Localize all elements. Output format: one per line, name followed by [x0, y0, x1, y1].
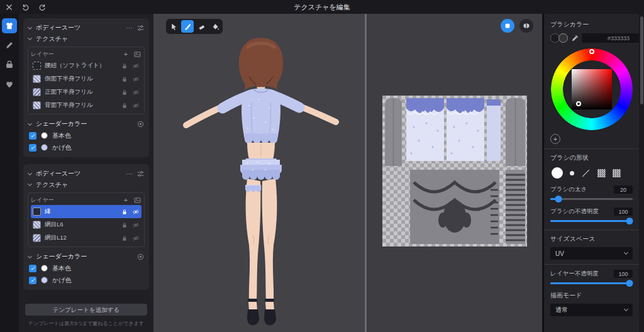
eyedropper-button[interactable] [571, 33, 579, 43]
layer-opacity-value[interactable] [614, 270, 633, 278]
visibility-off-icon[interactable] [132, 89, 140, 96]
layer-opacity-handle[interactable] [626, 280, 633, 287]
viewport-3d[interactable] [153, 14, 365, 332]
new-image-layer-icon[interactable] [133, 50, 142, 58]
brush-opacity-handle[interactable] [626, 218, 633, 224]
shader-color-header[interactable]: シェーダーカラー [28, 251, 145, 262]
mirror-symmetry-button[interactable] [519, 19, 533, 33]
redo-button[interactable] [35, 0, 50, 14]
checkbox-checked[interactable]: ✓ [29, 132, 36, 140]
brush-size-handle[interactable] [555, 196, 562, 202]
new-image-layer-icon[interactable] [133, 196, 142, 204]
layer-name: 腰紐（ソフトライト） [45, 62, 117, 70]
divider [544, 230, 639, 230]
outfit-section-1: ボディースーツ ⋯ テクスチャ レイヤー + 腰紐（ソフトライト） [23, 18, 149, 157]
checkbox-checked[interactable]: ✓ [29, 144, 36, 152]
section-header[interactable]: ボディースーツ ⋯ [28, 168, 145, 179]
divider [544, 264, 639, 265]
character-model[interactable] [153, 14, 365, 332]
brush-panel: ブラシカラー + ブラシの形状 ブラシの太さ [544, 14, 639, 332]
add-layer-button[interactable]: + [122, 50, 130, 58]
draw-mode-select[interactable]: 通常 [550, 304, 633, 316]
more-options-button[interactable]: ⋯ [126, 24, 133, 32]
lock-icon[interactable] [121, 75, 128, 83]
texture-icon [504, 22, 511, 30]
layer-thumbnail [33, 75, 41, 83]
texture-subsection[interactable]: テクスチャ [28, 179, 145, 190]
layer-row[interactable]: 網目L6 [31, 218, 142, 231]
visibility-off-icon[interactable] [132, 221, 140, 229]
lock-icon[interactable] [121, 102, 128, 109]
section-header[interactable]: ボディースーツ ⋯ [28, 22, 145, 33]
layer-row[interactable]: 背面下半身フリル [31, 99, 142, 112]
tool-items-button[interactable] [2, 57, 17, 72]
undo-button[interactable] [18, 0, 33, 14]
uv-texture-canvas[interactable] [382, 96, 527, 246]
visibility-off-icon[interactable] [132, 208, 140, 216]
layer-opacity-slider[interactable] [550, 279, 633, 287]
brush-tool-button[interactable] [181, 20, 194, 33]
primary-color-swatch[interactable] [558, 33, 568, 43]
scrollbar[interactable] [639, 14, 644, 332]
sv-indicator[interactable] [576, 101, 581, 106]
lock-icon[interactable] [121, 235, 128, 242]
visibility-off-icon[interactable] [132, 75, 140, 83]
brush-opacity-slider[interactable] [550, 217, 633, 225]
filter-icon[interactable] [136, 24, 145, 32]
bucket-tool-button[interactable] [209, 20, 221, 33]
add-template-button[interactable]: テンプレートを追加する [25, 304, 147, 316]
tool-favorite-button[interactable] [2, 77, 17, 92]
target-icon[interactable] [136, 253, 145, 261]
layer-row-selected[interactable]: 縁 [31, 205, 142, 218]
brush-shape-line[interactable] [582, 169, 589, 176]
hex-color-input[interactable] [582, 33, 644, 43]
add-saved-color-button[interactable]: + [550, 134, 560, 144]
add-layer-button[interactable]: + [122, 196, 130, 204]
lock-icon[interactable] [121, 208, 128, 216]
visibility-off-icon[interactable] [132, 235, 140, 242]
uv-editor-panel [367, 14, 542, 332]
scrollbar-thumb[interactable] [640, 16, 643, 104]
brush-size-slider[interactable] [550, 195, 633, 203]
viewport-toolbar [166, 19, 223, 34]
filter-icon[interactable] [136, 170, 145, 178]
layer-row[interactable]: 正面下半身フリル [31, 86, 142, 99]
shader-color-header[interactable]: シェーダーカラー [28, 118, 145, 130]
checkbox-checked[interactable]: ✓ [29, 277, 36, 284]
color-wheel[interactable] [551, 48, 633, 130]
brush-shape-hard-circle[interactable] [552, 167, 563, 179]
eraser-tool-button[interactable] [195, 20, 208, 33]
shader-color-row[interactable]: ✓ かげ色 [28, 141, 145, 153]
shader-color-row[interactable]: ✓ 基本色 [28, 130, 145, 141]
brush-shape-texture-2[interactable] [613, 169, 621, 177]
color-name: かげ色 [52, 143, 71, 152]
check-icon: ✓ [30, 277, 35, 284]
more-options-button[interactable]: ⋯ [126, 170, 133, 178]
tool-texture-button[interactable] [2, 18, 17, 33]
lock-icon[interactable] [121, 89, 128, 96]
layer-row[interactable]: 側面下半身フリル [31, 72, 142, 86]
tool-pen-button[interactable] [2, 38, 17, 53]
brush-shape-soft-dot[interactable] [570, 171, 574, 175]
size-space-select[interactable]: UV [550, 247, 633, 260]
lock-icon[interactable] [121, 62, 128, 70]
checkbox-checked[interactable]: ✓ [29, 265, 36, 272]
target-icon[interactable] [136, 120, 145, 128]
close-button[interactable] [1, 0, 16, 14]
shader-color-row[interactable]: ✓ かげ色 [28, 274, 145, 286]
chevron-down-icon [28, 36, 32, 40]
hue-indicator[interactable] [589, 49, 594, 54]
select-tool-button[interactable] [167, 20, 180, 33]
layer-row[interactable]: 腰紐（ソフトライト） [31, 59, 142, 72]
shader-color-row[interactable]: ✓ 基本色 [28, 262, 145, 274]
visibility-off-icon[interactable] [132, 62, 140, 70]
brush-opacity-value[interactable] [614, 208, 633, 216]
texture-subsection[interactable]: テクスチャ [28, 33, 145, 44]
lock-icon[interactable] [121, 221, 128, 229]
texture-view-button[interactable] [501, 19, 514, 33]
brush-size-value[interactable] [614, 185, 633, 194]
brush-shape-texture-1[interactable] [597, 169, 606, 177]
visibility-off-icon[interactable] [132, 102, 140, 109]
layer-row[interactable]: 網目L12 [31, 231, 142, 245]
shade-color-swatch [41, 277, 48, 284]
